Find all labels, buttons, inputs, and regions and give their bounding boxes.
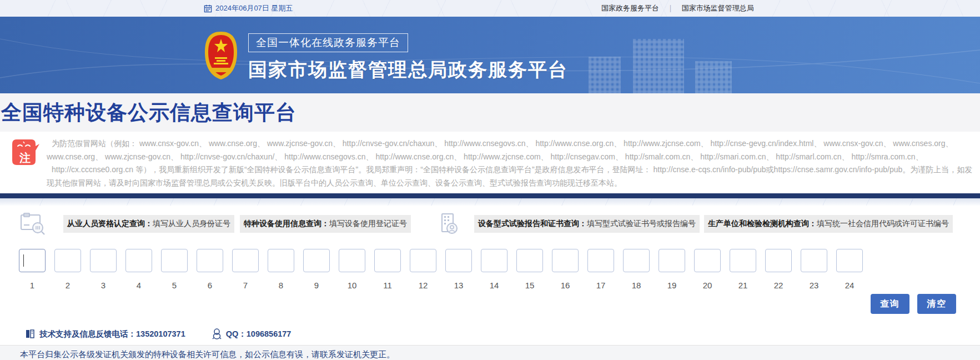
code-cell-number: 3: [90, 281, 117, 290]
navy-divider: [0, 193, 980, 198]
code-input-box-16[interactable]: [552, 249, 579, 272]
code-input-box-18[interactable]: [623, 249, 650, 272]
code-input-box-7[interactable]: [232, 249, 259, 272]
notice-line: http://cx.cccnse0.org.cn 等），我局重新组织开发了新版“…: [47, 163, 973, 177]
notice-line: www.cnse.org、 www.zjcnse-gov.cn、 http://…: [47, 151, 973, 164]
code-cell: 24: [836, 249, 863, 290]
code-cell-number: 6: [197, 281, 223, 290]
building-pixels-decoration: [589, 57, 621, 93]
code-cell-number: 24: [836, 281, 863, 290]
code-input-box-17[interactable]: [587, 249, 614, 272]
svg-text:注: 注: [19, 152, 31, 164]
code-grid: 123456789101112131415161718192021222324: [0, 249, 980, 290]
query-type-equipment-use[interactable]: 特种设备使用信息查询：填写设备使用登记证号: [240, 215, 411, 233]
code-input-box-2[interactable]: [54, 249, 81, 272]
code-input-box-8[interactable]: [268, 249, 294, 272]
topbar-separator: ｜: [667, 3, 674, 13]
code-input-box-4[interactable]: [125, 249, 152, 272]
code-input-box-3[interactable]: [90, 249, 117, 272]
query-label: 设备型式试验报告和证书查询：: [478, 219, 587, 228]
header-title: 国家市场监督管理总局政务服务平台: [248, 57, 568, 83]
code-cell-number: 19: [659, 281, 685, 290]
code-cell: 12: [410, 249, 436, 290]
query-label: 特种设备使用信息查询：: [244, 219, 329, 228]
code-cell: 1: [19, 249, 46, 290]
code-cell-number: 4: [125, 281, 152, 290]
link-samr[interactable]: 国家市场监督管理总局: [682, 3, 754, 13]
code-cell-number: 10: [339, 281, 365, 290]
code-input-box-11[interactable]: [374, 249, 401, 272]
code-input-box-20[interactable]: [694, 249, 721, 272]
code-input-box-13[interactable]: [445, 249, 472, 272]
code-cell-number: 1: [19, 281, 46, 290]
code-cell-number: 15: [516, 281, 543, 290]
query-hint: 填写从业人员身份证号: [153, 219, 230, 228]
national-emblem: [204, 31, 238, 80]
query-type-type-test[interactable]: 设备型式试验报告和证书查询：填写型式试验证书号或报告编号: [474, 215, 700, 233]
code-cell: 11: [374, 249, 401, 290]
query-label: 生产单位和检验检测机构查询：: [708, 219, 817, 228]
notice-text: 为防范假冒网站（例如： www.cnsx-gov.cn、 www.cnse.or…: [47, 137, 973, 189]
header-text-block: 全国一体化在线政务服务平台 国家市场监督管理总局政务服务平台: [248, 33, 568, 83]
building-pixels-decoration: [695, 61, 732, 93]
code-input-box-21[interactable]: [730, 249, 756, 272]
divider-glow: [0, 198, 980, 206]
code-input-box-1[interactable]: [19, 249, 46, 272]
code-cell: 10: [339, 249, 365, 290]
search-button[interactable]: 查询: [871, 294, 909, 314]
query-type-producer-inspection[interactable]: 生产单位和检验检测机构查询：填写统一社会信用代码或许可证书编号: [704, 215, 953, 233]
code-cell: 13: [445, 249, 472, 290]
query-hint: 填写统一社会信用代码或许可证书编号: [817, 219, 949, 228]
query-hint: 填写设备使用登记证号: [329, 219, 407, 228]
code-input-box-19[interactable]: [659, 249, 685, 272]
clear-button[interactable]: 清空: [917, 294, 956, 314]
notice-line: 现其他假冒网站，请及时向国家市场监督管理总局或公安机关反映。旧版平台中的人员公示…: [47, 177, 973, 190]
anti-fake-notice: 注 为防范假冒网站（例如： www.cnsx-gov.cn、 www.cnse.…: [0, 132, 980, 193]
actions-row: 查询 清空: [0, 294, 980, 314]
calendar-icon: [204, 4, 212, 13]
code-cell: 6: [197, 249, 223, 290]
page-title-band: 全国特种设备公示信息查询平台: [0, 93, 980, 132]
qq-penguin-icon: [212, 328, 222, 339]
code-input-box-5[interactable]: [161, 249, 188, 272]
code-cell-number: 5: [161, 281, 188, 290]
support-row: 技术支持及信息反馈电话：13520107371 QQ：1096856177: [0, 328, 980, 339]
code-cell-number: 20: [694, 281, 721, 290]
query-hint: 填写型式试验证书号或报告编号: [587, 219, 696, 228]
code-cell-number: 2: [54, 281, 81, 290]
code-cell-number: 21: [730, 281, 756, 290]
code-cell: 20: [694, 249, 721, 290]
code-input-box-12[interactable]: [410, 249, 436, 272]
code-cell: 15: [516, 249, 543, 290]
code-input-box-9[interactable]: [303, 249, 330, 272]
code-cell-number: 18: [623, 281, 650, 290]
code-input-box-10[interactable]: [339, 249, 365, 272]
code-cell: 17: [587, 249, 614, 290]
code-cell: 3: [90, 249, 117, 290]
code-cell-number: 12: [410, 281, 436, 290]
code-cell-number: 22: [765, 281, 792, 290]
page-title: 全国特种设备公示信息查询平台: [0, 99, 296, 127]
code-input-box-23[interactable]: [801, 249, 827, 272]
code-cell-number: 8: [268, 281, 294, 290]
notice-line: 为防范假冒网站（例如： www.cnsx-gov.cn、 www.cnse.or…: [47, 137, 973, 151]
code-cell: 19: [659, 249, 685, 290]
code-cell: 14: [481, 249, 507, 290]
code-cell-number: 16: [552, 281, 579, 290]
code-input-box-6[interactable]: [197, 249, 223, 272]
bottom-note-band: 本平台归集公示各级发证机关颁发的特种设备相关许可信息，如公示信息有误，请联系发证…: [0, 345, 980, 360]
code-cell-number: 17: [587, 281, 614, 290]
link-national-gov-service[interactable]: 国家政务服务平台: [601, 3, 659, 13]
site-header: 全国一体化在线政务服务平台 国家市场监督管理总局政务服务平台: [0, 17, 980, 93]
code-input-box-15[interactable]: [516, 249, 543, 272]
code-input-box-24[interactable]: [836, 249, 863, 272]
query-type-personnel[interactable]: 从业人员资格认定查询：填写从业人员身份证号: [63, 215, 234, 233]
code-input-box-22[interactable]: [765, 249, 792, 272]
code-cell: 16: [552, 249, 579, 290]
topbar-links: 国家政务服务平台 ｜ 国家市场监督管理总局: [601, 0, 754, 17]
code-cell-number: 11: [374, 281, 401, 290]
code-input-box-14[interactable]: [481, 249, 507, 272]
code-cell: 2: [54, 249, 81, 290]
code-cell-number: 9: [303, 281, 330, 290]
code-cell: 5: [161, 249, 188, 290]
